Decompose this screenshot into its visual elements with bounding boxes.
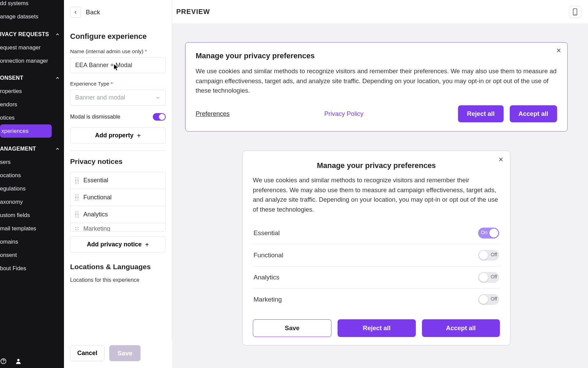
help-icon[interactable] — [0, 358, 7, 365]
modal-accept-button[interactable]: Accept all — [422, 319, 500, 337]
close-icon — [498, 157, 504, 162]
chevron-up-icon — [55, 76, 60, 80]
sidebar-item-experiences[interactable]: xperiences — [0, 124, 52, 138]
notice-item-analytics[interactable]: ∷∷ Analytics — [70, 206, 165, 223]
sidebar-item-about-fides[interactable]: bout Fides — [0, 262, 64, 275]
locations-label: Locations for this experience — [70, 277, 166, 283]
sidebar-item-email-templates[interactable]: mail templates — [0, 222, 64, 235]
notice-item-essential[interactable]: ∷∷ Essential — [70, 172, 165, 189]
modal-body: We use cookies and similar methods to re… — [253, 175, 500, 215]
preview-modal: Manage your privacy preferences We use c… — [242, 151, 510, 346]
drag-handle-icon[interactable]: ∷∷ — [75, 195, 78, 201]
type-label: Experience Type* — [70, 81, 166, 87]
sidebar-item-locations[interactable]: ocations — [0, 169, 64, 182]
dismissable-toggle[interactable] — [153, 113, 166, 121]
name-label: Name (internal admin use only)* — [70, 48, 166, 55]
preview-banner: Manage your privacy preferences We use c… — [185, 42, 568, 132]
sidebar-section-label: IVACY REQUESTS — [0, 31, 49, 37]
banner-reject-button[interactable]: Reject all — [458, 105, 503, 122]
banner-body: We use cookies and similar methods to re… — [196, 66, 557, 96]
locations-section-title: Locations & Languages — [70, 263, 166, 271]
modal-category-toggle-analytics[interactable]: Off — [478, 272, 499, 283]
sidebar-bottom — [0, 358, 22, 365]
sidebar-item-domains[interactable]: omains — [0, 235, 64, 248]
save-button[interactable]: Save — [109, 345, 141, 361]
cancel-button[interactable]: Cancel — [70, 345, 104, 361]
mobile-icon — [572, 8, 578, 16]
modal-actions: Save Reject all Accept all — [253, 319, 500, 337]
sidebar: dd systems anage datasets IVACY REQUESTS… — [0, 0, 64, 368]
sidebar-item-request-manager[interactable]: equest manager — [0, 41, 64, 54]
sidebar-item-taxonomy[interactable]: axonomy — [0, 195, 64, 209]
banner-accept-button[interactable]: Accept all — [510, 105, 557, 122]
modal-category-row: Marketing Off — [253, 289, 500, 310]
drag-handle-icon[interactable]: ∷∷ — [75, 178, 78, 184]
sidebar-item-consent[interactable]: onsent — [0, 248, 64, 262]
back-label: Back — [86, 9, 100, 16]
config-panel: Back Configure experience Name (internal… — [64, 0, 172, 368]
preview-area: PREVIEW Manage your privacy preferences … — [172, 0, 588, 368]
toggle-state-label: Off — [491, 252, 497, 257]
modal-category-list: Essential On Functional Off Analytics — [253, 222, 500, 310]
add-property-button[interactable]: Add property+ — [70, 127, 166, 143]
sidebar-item-notices[interactable]: otices — [0, 111, 64, 124]
notice-item-label: Essential — [83, 177, 108, 184]
type-select[interactable]: Banner and modal — [70, 90, 166, 106]
sidebar-item-custom-fields[interactable]: ustom fields — [0, 209, 64, 222]
sidebar-item-properties[interactable]: roperties — [0, 85, 64, 98]
preview-canvas: Manage your privacy preferences We use c… — [172, 24, 588, 356]
modal-reject-button[interactable]: Reject all — [338, 319, 415, 337]
svg-point-2 — [17, 359, 20, 361]
banner-policy-link[interactable]: Privacy Policy — [324, 110, 363, 118]
config-footer: Cancel Save — [64, 340, 172, 368]
banner-close-button[interactable] — [555, 47, 562, 54]
sidebar-item-users[interactable]: sers — [0, 155, 64, 169]
modal-save-button[interactable]: Save — [253, 319, 331, 337]
sidebar-item-add-systems[interactable]: dd systems — [0, 0, 64, 10]
divider — [70, 150, 166, 151]
sidebar-item-regulations[interactable]: egulations — [0, 182, 64, 195]
back-button[interactable] — [70, 7, 81, 18]
sidebar-item-vendors[interactable]: endors — [0, 98, 64, 111]
notice-item-functional[interactable]: ∷∷ Functional — [70, 189, 165, 206]
modal-category-row: Essential On — [253, 222, 500, 244]
modal-category-label: Marketing — [254, 296, 282, 303]
chevron-down-icon — [155, 95, 161, 101]
modal-category-toggle-marketing[interactable]: Off — [478, 294, 499, 305]
name-input[interactable] — [70, 57, 166, 73]
dismissable-label: Modal is dismissable — [70, 114, 120, 120]
sidebar-section-privacy-requests[interactable]: IVACY REQUESTS — [0, 28, 64, 41]
sidebar-item-manage-datasets[interactable]: anage datasets — [0, 10, 64, 23]
toggle-state-label: Off — [491, 296, 497, 302]
user-icon[interactable] — [15, 358, 22, 365]
modal-category-row: Analytics Off — [253, 266, 500, 289]
banner-actions: Preferences Privacy Policy Reject all Ac… — [196, 105, 557, 122]
add-notice-button[interactable]: Add privacy notice+ — [70, 236, 166, 252]
banner-preferences-link[interactable]: Preferences — [196, 110, 230, 118]
plus-icon: + — [145, 241, 149, 248]
type-select-value: Banner and modal — [75, 94, 125, 101]
name-field: Name (internal admin use only)* — [70, 48, 166, 73]
modal-close-button[interactable] — [497, 156, 505, 163]
svg-point-1 — [3, 362, 4, 363]
notices-section-title: Privacy notices — [70, 157, 166, 166]
device-mobile-button[interactable] — [569, 6, 581, 18]
dismissable-toggle-row: Modal is dismissable — [70, 113, 166, 121]
sidebar-section-consent[interactable]: ONSENT — [0, 72, 64, 85]
notice-item-label: Functional — [83, 194, 112, 201]
preview-title: PREVIEW — [176, 8, 210, 16]
config-body: Configure experience Name (internal admi… — [64, 22, 172, 287]
drag-handle-icon[interactable]: ∷∷ — [75, 212, 78, 218]
toggle-state-label: On — [481, 230, 487, 235]
sidebar-item-connection-manager[interactable]: onnection manager — [0, 54, 64, 67]
notice-item-marketing[interactable]: ∷ Marketing — [70, 223, 165, 231]
drag-handle-icon[interactable]: ∷ — [75, 227, 78, 230]
notice-list: ∷∷ Essential ∷∷ Functional ∷∷ Analytics … — [70, 172, 166, 232]
chevron-up-icon — [55, 32, 60, 37]
sidebar-section-management[interactable]: ANAGEMENT — [0, 142, 64, 155]
sidebar-section-label: ANAGEMENT — [0, 146, 36, 152]
modal-category-toggle-functional[interactable]: Off — [478, 250, 499, 261]
config-title: Configure experience — [70, 32, 166, 41]
modal-category-toggle-essential[interactable]: On — [478, 228, 499, 239]
notice-item-label: Analytics — [83, 211, 108, 218]
